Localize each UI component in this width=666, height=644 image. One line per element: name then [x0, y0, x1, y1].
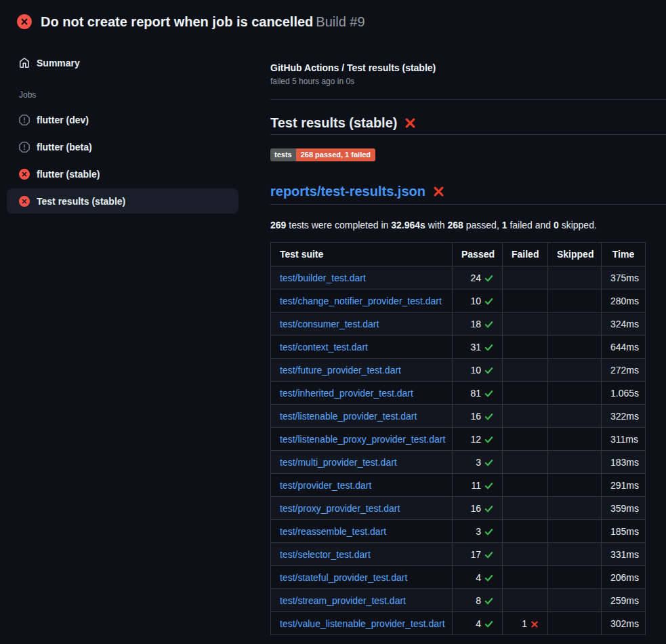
suite-cell: test/reassemble_test.dart — [271, 520, 453, 543]
suite-cell: test/multi_provider_test.dart — [271, 451, 453, 474]
job-label: flutter (stable) — [37, 169, 100, 180]
run-build-number: Build #9 — [316, 14, 365, 29]
check-icon — [484, 620, 493, 628]
passed-count: 11 — [471, 480, 481, 491]
run-title: Do not create report when job is cancell… — [41, 14, 313, 29]
suite-cell: test/provider_test.dart — [271, 474, 453, 497]
check-icon — [484, 550, 493, 559]
badge-value: 268 passed, 1 failed — [296, 148, 375, 161]
test-suite-link[interactable]: test/listenable_provider_test.dart — [280, 411, 417, 422]
sidebar-item-test-results-stable[interactable]: Test results (stable) — [7, 188, 238, 214]
test-suite-link[interactable]: test/provider_test.dart — [280, 480, 371, 491]
test-suite-link[interactable]: test/reassemble_test.dart — [280, 526, 386, 537]
test-suite-link[interactable]: test/value_listenable_provider_test.dart — [280, 618, 445, 629]
failed-cell — [503, 428, 548, 451]
check-icon — [484, 343, 493, 352]
table-row: test/consumer_test.dart18324ms — [271, 313, 646, 336]
summary-segment: skipped. — [559, 220, 597, 230]
passed-cell: 81 — [453, 382, 503, 405]
report-file-link[interactable]: reports/test-results.json — [270, 182, 425, 201]
test-suite-link[interactable]: test/context_test.dart — [280, 342, 368, 353]
skipped-cell — [548, 451, 602, 474]
badge-label: tests — [270, 148, 296, 161]
passed-cell: 10 — [453, 289, 503, 313]
table-row: test/multi_provider_test.dart3183ms — [271, 451, 646, 474]
summary-segment: 268 — [448, 220, 463, 230]
test-suite-link[interactable]: test/stateful_provider_test.dart — [280, 572, 407, 583]
table-row: test/value_listenable_provider_test.dart… — [271, 612, 646, 635]
suite-cell: test/selector_test.dart — [271, 543, 453, 566]
suite-cell: test/proxy_provider_test.dart — [271, 497, 453, 520]
suite-cell: test/listenable_proxy_provider_test.dart — [271, 428, 453, 451]
suite-cell: test/stateful_provider_test.dart — [271, 566, 453, 589]
passed-count: 17 — [470, 549, 481, 560]
table-header-row: Test suitePassedFailedSkippedTime — [271, 243, 646, 266]
suite-cell: test/future_provider_test.dart — [271, 359, 453, 382]
passed-cell: 4 — [453, 566, 503, 589]
test-suite-link[interactable]: test/consumer_test.dart — [280, 319, 379, 329]
test-suite-link[interactable]: test/selector_test.dart — [280, 549, 371, 560]
time-cell: 322ms — [602, 405, 646, 428]
table-row: test/proxy_provider_test.dart16359ms — [271, 497, 646, 520]
time-cell: 311ms — [602, 428, 646, 451]
passed-count: 12 — [470, 434, 481, 445]
x-circle-icon — [19, 196, 30, 207]
jobs-list: flutter (dev)flutter (beta)flutter (stab… — [7, 107, 238, 214]
summary-segment: passed, — [463, 220, 502, 230]
skipped-cell — [548, 359, 602, 382]
time-cell: 644ms — [602, 336, 646, 359]
test-suite-link[interactable]: test/inherited_provider_test.dart — [280, 388, 413, 399]
skipped-cell — [548, 336, 602, 359]
red-cross-icon — [433, 186, 444, 197]
check-icon — [484, 481, 493, 490]
sidebar-item-summary[interactable]: Summary — [7, 50, 238, 75]
failed-cell — [503, 336, 548, 359]
summary-segment: 1 — [502, 220, 507, 230]
time-cell: 291ms — [602, 474, 646, 497]
passed-cell: 4 — [453, 612, 503, 635]
table-row: test/provider_test.dart11291ms — [271, 474, 646, 497]
failed-cell — [503, 543, 548, 566]
failed-cell — [503, 405, 548, 428]
job-label: Test results (stable) — [37, 196, 125, 207]
jobs-section-label: Jobs — [19, 90, 238, 100]
table-row: test/listenable_proxy_provider_test.dart… — [271, 428, 646, 451]
red-cross-icon — [404, 117, 416, 129]
check-icon — [484, 504, 493, 513]
cross-icon — [530, 620, 539, 628]
test-suite-link[interactable]: test/builder_test.dart — [280, 273, 366, 283]
divider — [270, 99, 666, 100]
time-cell: 259ms — [602, 589, 646, 612]
test-suite-link[interactable]: test/listenable_proxy_provider_test.dart — [280, 434, 445, 445]
stop-icon — [19, 115, 30, 125]
summary-line: 269 tests were completed in 32.964s with… — [270, 218, 666, 232]
summary-segment: tests were completed in — [286, 220, 391, 230]
sidebar-item-flutter-stable[interactable]: flutter (stable) — [7, 161, 238, 186]
failed-cell — [503, 497, 548, 520]
skipped-cell — [548, 313, 602, 336]
test-suite-link[interactable]: test/stream_provider_test.dart — [280, 595, 406, 606]
summary-segment: with — [425, 220, 448, 230]
skipped-cell — [548, 405, 602, 428]
passed-cell: 11 — [453, 474, 503, 497]
column-header-time: Time — [602, 243, 646, 266]
passed-count: 3 — [476, 457, 481, 468]
skipped-cell — [548, 566, 602, 589]
passed-cell: 3 — [453, 520, 503, 543]
table-row: test/inherited_provider_test.dart811.065… — [271, 382, 646, 405]
table-row: test/listenable_provider_test.dart16322m… — [271, 405, 646, 428]
test-suite-link[interactable]: test/change_notifier_provider_test.dart — [280, 296, 442, 306]
test-suite-link[interactable]: test/future_provider_test.dart — [280, 365, 401, 376]
sidebar-item-flutter-beta[interactable]: flutter (beta) — [7, 134, 238, 159]
passed-cell: 12 — [453, 428, 503, 451]
test-suite-link[interactable]: test/multi_provider_test.dart — [280, 457, 397, 468]
check-icon — [484, 412, 493, 421]
failed-cell — [503, 382, 548, 405]
passed-cell: 3 — [453, 451, 503, 474]
table-row: test/reassemble_test.dart3185ms — [271, 520, 646, 543]
run-header: Do not create report when job is cancell… — [0, 0, 666, 39]
table-row: test/future_provider_test.dart10272ms — [271, 359, 646, 382]
sidebar-item-flutter-dev[interactable]: flutter (dev) — [7, 107, 238, 132]
skipped-cell — [548, 497, 602, 520]
test-suite-link[interactable]: test/proxy_provider_test.dart — [280, 503, 400, 514]
